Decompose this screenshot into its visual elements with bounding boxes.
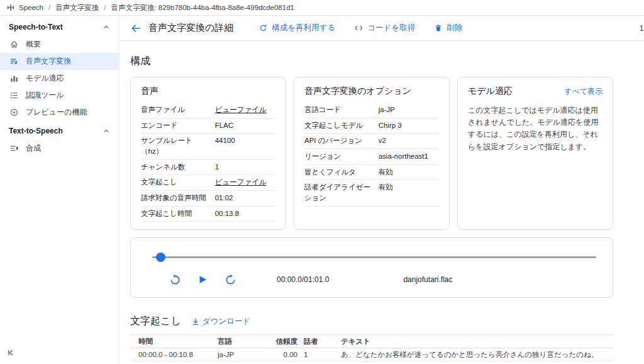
kv-row-transcript-file: 文字起こし ビューファイル — [141, 175, 275, 191]
audio-player: 00:00.0/01:01.0 danjofutari.flac — [130, 237, 613, 298]
breadcrumb-item-transcription[interactable]: 音声文字変換 — [55, 3, 99, 13]
sidebar-item-overview[interactable]: 概要 — [0, 36, 119, 53]
transcript-section-title: 文字起こし — [130, 315, 181, 328]
sidebar-item-preview-features[interactable]: プレビューの機能 — [0, 104, 119, 121]
kv-row-transcription-time: 文字起こし時間 00:13.8 — [141, 207, 275, 222]
audio-card-title: 音声 — [141, 86, 158, 97]
sidebar-section-speech-to-text[interactable]: Speech-to-Text — [0, 17, 119, 36]
cell-language: ja-JP — [209, 350, 267, 360]
download-label: ダウンロード — [203, 316, 250, 327]
reuse-config-label: 構成を再利用する — [272, 23, 335, 33]
sidebar-item-label: 概要 — [26, 39, 41, 50]
view-audio-file-link[interactable]: ビューファイル — [215, 105, 275, 115]
back-arrow-button[interactable] — [127, 20, 145, 37]
model-adaptation-description: この文字起こしではモデル適応は使用されませんでした。モデル適応を使用するには、こ… — [468, 105, 602, 153]
preview-seal-icon — [9, 108, 19, 118]
trash-icon — [434, 24, 443, 33]
get-code-button[interactable]: コードを取得 — [354, 23, 415, 33]
kv-row-region: リージョン asia-northeast1 — [304, 149, 439, 165]
col-speaker: 話者 — [304, 336, 333, 348]
playback-time: 00:00.0/01:01.0 — [277, 275, 329, 284]
forward-button[interactable] — [223, 272, 238, 287]
cell-confidence: 0.00 — [267, 350, 304, 360]
sidebar-item-synthesize[interactable]: 合成 — [0, 140, 119, 157]
kv-row-encoding: エンコード FLAC — [141, 118, 275, 134]
sidebar-item-label: モデル適応 — [26, 73, 64, 84]
slider-thumb[interactable] — [156, 253, 165, 262]
breadcrumb: Speech / 音声文字変換 / 音声文字変換: 829b780b-44ba-… — [0, 0, 644, 16]
sidebar-section-label: Text-to-Speech — [9, 127, 63, 135]
breadcrumb-item-transcription-id: 音声文字変換: 829b780b-44ba-4fba-8a8e-499dcde0… — [111, 3, 294, 13]
cell-text: あ、どなたかお客様が迷ってるのかと思ったら亮介さんの独り言だったのね。 — [333, 349, 613, 361]
model-card-title: モデル適応 — [468, 86, 513, 97]
kv-row-billed-duration: 請求対象の音声時間 01:02 — [141, 191, 275, 207]
code-icon — [354, 23, 364, 33]
kv-row-sample-rate: サンプルレート（hz） 44100 — [141, 134, 275, 159]
sidebar-item-label: 合成 — [26, 143, 41, 154]
sidebar-item-label: プレビューの機能 — [26, 107, 87, 118]
sidebar: Speech-to-Text 概要 音声文字変換 モデル適応 認識ツール — [0, 16, 119, 364]
breadcrumb-separator: / — [103, 4, 107, 11]
transcript-row: 00:00.0 - 00:10.8 ja-JP 0.00 1 あ、どなたかお客様… — [130, 348, 613, 361]
kv-row-model: 文字起こしモデル Chirp 3 — [304, 118, 439, 134]
transcription-options-card: 音声文字変換のオプション 言語コード ja-JP 文字起こしモデル Chirp … — [294, 77, 450, 230]
sidebar-section-label: Speech-to-Text — [9, 23, 63, 31]
chevron-up-icon — [103, 23, 110, 31]
config-section-title: 構成 — [130, 55, 613, 68]
col-text: テキスト — [333, 336, 613, 348]
equalizer-icon — [9, 144, 19, 154]
audio-filename: danjofutari.flac — [403, 275, 452, 284]
refresh-icon — [258, 23, 268, 33]
kv-row-diarization: 話者ダイアライゼーション 有効 — [304, 180, 439, 206]
kv-row-language-code: 言語コード ja-JP — [304, 103, 439, 118]
page-title: 音声文字変換の詳細 — [148, 22, 233, 34]
collapse-sidebar-button[interactable] — [0, 343, 23, 364]
transcript-row: 00:11.3 - 00:14.5 ja-JP 0.00 2 え、いい、いえ、た… — [130, 361, 613, 364]
download-button[interactable]: ダウンロード — [191, 316, 250, 327]
options-card-title: 音声文字変換のオプション — [304, 86, 411, 97]
audio-card: 音声 音声ファイル ビューファイル エンコード FLAC サンプ — [130, 77, 286, 230]
speech-console-app: Speech / 音声文字変換 / 音声文字変換: 829b780b-44ba-… — [0, 0, 644, 364]
breadcrumb-item-speech[interactable]: Speech — [19, 4, 43, 11]
list-icon — [9, 91, 19, 101]
sidebar-item-recognizers[interactable]: 認識ツール — [0, 87, 119, 104]
col-language: 言語 — [209, 336, 267, 348]
detail-header: 音声文字変換の詳細 構成を再利用する コードを取得 削除 12/2 — [119, 16, 644, 41]
detail-content: 構成 音声 音声ファイル ビューファイル エンコード FLAC — [119, 41, 644, 364]
home-icon — [9, 40, 19, 50]
speech-waveform-icon — [6, 3, 15, 12]
seek-slider[interactable] — [147, 252, 596, 262]
transcript-table-header: 時間 言語 信頼度 話者 テキスト — [130, 334, 613, 348]
transcript-table: 時間 言語 信頼度 話者 テキスト 00:00.0 - 00:10.8 ja-J… — [130, 334, 613, 364]
cell-time: 00:00.0 - 00:10.8 — [130, 350, 209, 360]
model-adaptation-card: モデル適応 すべて表示 この文字起こしではモデル適応は使用されませんでした。モデ… — [457, 77, 613, 230]
show-all-link[interactable]: すべて表示 — [564, 86, 602, 97]
reuse-config-button[interactable]: 構成を再利用する — [258, 23, 335, 33]
sidebar-section-text-to-speech[interactable]: Text-to-Speech — [0, 121, 119, 140]
sidebar-item-label: 認識ツール — [26, 90, 64, 101]
delete-label: 削除 — [447, 23, 462, 33]
sidebar-item-transcription[interactable]: 音声文字変換 — [0, 53, 119, 70]
kv-row-audio-file: 音声ファイル ビューファイル — [141, 103, 275, 118]
col-confidence: 信頼度 — [267, 336, 304, 348]
delete-button[interactable]: 削除 — [434, 23, 462, 33]
sidebar-item-model-adaptation[interactable]: モデル適応 — [0, 70, 119, 87]
download-icon — [191, 317, 200, 326]
get-code-label: コードを取得 — [367, 23, 415, 33]
view-transcript-file-link[interactable]: ビューファイル — [215, 177, 275, 188]
transcription-list-icon — [9, 57, 19, 67]
bar-chart-icon — [9, 74, 19, 84]
main-panel: 音声文字変換の詳細 構成を再利用する コードを取得 削除 12/2 構成 — [119, 16, 644, 364]
replay-button[interactable] — [167, 272, 182, 287]
col-time: 時間 — [130, 336, 209, 348]
cell-speaker: 1 — [304, 350, 333, 360]
play-button[interactable] — [195, 272, 210, 287]
kv-row-api-version: API のバージョン v2 — [304, 134, 439, 149]
slider-track[interactable] — [152, 256, 596, 258]
header-date: 12/2 — [640, 24, 644, 33]
kv-row-channels: チャンネル数 1 — [141, 160, 275, 176]
sidebar-item-label: 音声文字変換 — [26, 56, 71, 67]
breadcrumb-separator: / — [47, 4, 52, 11]
chevron-up-icon — [103, 127, 110, 135]
kv-row-profanity-filter: 冒とくフィルタ 有効 — [304, 165, 439, 181]
